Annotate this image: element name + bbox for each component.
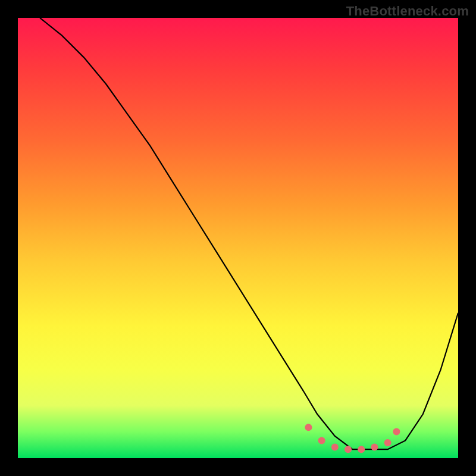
plot-area: [18, 18, 458, 458]
marker-dot: [384, 439, 392, 446]
watermark-text: TheBottleneck.com: [346, 4, 469, 19]
marker-dot: [371, 444, 378, 451]
chart-svg: [18, 18, 458, 458]
chart-frame: TheBottleneck.com: [0, 0, 476, 476]
marker-dot: [331, 444, 339, 451]
bottleneck-curve: [40, 18, 458, 449]
marker-dot: [393, 428, 400, 436]
marker-dot: [358, 446, 365, 453]
marker-dot: [305, 424, 312, 431]
marker-dot: [318, 437, 325, 444]
marker-dot: [345, 446, 352, 453]
